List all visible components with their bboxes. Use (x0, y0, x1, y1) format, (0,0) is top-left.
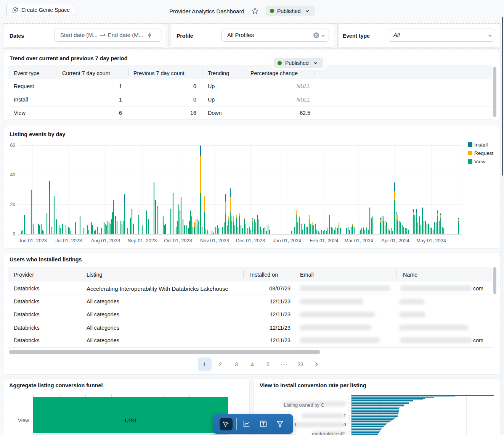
svg-text:60: 60 (10, 143, 15, 148)
svg-text:Apr 01, 2024: Apr 01, 2024 (381, 238, 409, 243)
svg-text:Aug 01, 2023: Aug 01, 2023 (91, 238, 120, 243)
svg-text:Dec 01, 2023: Dec 01, 2023 (236, 238, 265, 243)
svg-text:20: 20 (10, 202, 15, 207)
svg-text:Jan 01, 2024: Jan 01, 2024 (273, 238, 301, 243)
svg-text:40: 40 (10, 172, 15, 177)
svg-text:May 01, 2024: May 01, 2024 (416, 238, 446, 243)
svg-text:Jun 01, 2023: Jun 01, 2023 (19, 238, 47, 243)
svg-text:Nov 01, 2023: Nov 01, 2023 (200, 238, 229, 243)
svg-text:Feb 01, 2024: Feb 01, 2024 (310, 238, 338, 243)
svg-text:Sep 01, 2023: Sep 01, 2023 (128, 238, 157, 243)
svg-text:Jul 01, 2023: Jul 01, 2023 (55, 238, 82, 243)
svg-text:Oct 01, 2023: Oct 01, 2023 (164, 238, 192, 243)
svg-text:Mar 01, 2024: Mar 01, 2024 (344, 238, 373, 243)
svg-text:0: 0 (13, 231, 15, 237)
